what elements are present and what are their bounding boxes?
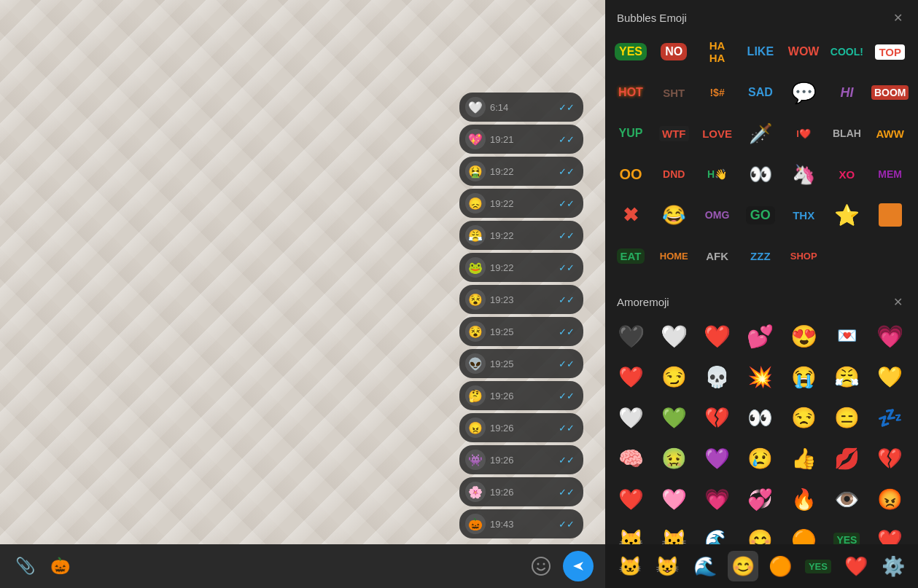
amore-emoji-35[interactable]: 😡 [871,479,910,519]
amore-emoji-6[interactable]: 💌 [827,316,866,356]
sticker-unicorn[interactable]: 🦄 [784,154,823,194]
sticker-hello[interactable]: H👋 [698,154,737,194]
amore-emoji-31[interactable]: 💗 [698,479,737,519]
amore-emoji-2[interactable]: 🤍 [654,316,693,356]
message-time: 19:26 [490,423,554,434]
message-emoji: 😵 [465,321,486,342]
amore-emoji-20[interactable]: 😑 [827,398,866,437]
nav-cat-smile-icon[interactable]: 😺 [652,551,682,581]
amore-emoji-18[interactable]: 👀 [741,398,780,437]
message-emoji: 🤔 [465,385,486,406]
sticker-hi[interactable]: HI [827,73,866,112]
amore-emoji-22[interactable]: 🧠 [611,439,650,478]
sticker-eyes[interactable]: 👀 [741,154,780,194]
sticker-mem[interactable]: MEM [871,154,910,194]
sticker-yes[interactable]: YES [611,32,650,71]
nav-cat-icon[interactable]: 🐱 [615,551,645,581]
sticker-button[interactable]: 🎃 [47,553,73,579]
bubbles-emoji-close[interactable]: ✕ [889,9,906,26]
sticker-star[interactable]: ⭐ [827,195,866,235]
sticker-blue-square[interactable]: 💬 [784,73,823,112]
sticker-no[interactable]: NO [654,32,693,71]
amore-emoji-32[interactable]: 💞 [741,479,780,519]
amore-emoji-4[interactable]: 💕 [741,316,780,356]
message-bubble: 😠 19:26 ✓✓ [459,413,583,442]
sticker-wtf[interactable]: WTF [654,114,693,153]
sticker-aww[interactable]: AWW [871,114,910,153]
emoji-button[interactable] [528,553,554,579]
nav-more-icon[interactable]: ⚙️ [878,551,909,581]
sticker-afk[interactable]: AFK [698,236,737,275]
amoremoji-close[interactable]: ✕ [889,293,906,310]
sticker-eat[interactable]: EAT [611,236,650,275]
sticker-x[interactable]: ✖ [611,195,650,235]
sticker-oo[interactable]: OO [611,154,650,194]
sticker-yup[interactable]: YUP [611,114,650,153]
amore-emoji-5[interactable]: 😍 [784,316,823,356]
sticker-ish[interactable]: !$# [698,73,737,112]
amore-emoji-1[interactable]: 🖤 [611,316,650,356]
attach-button[interactable]: 📎 [12,553,38,579]
amore-emoji-28[interactable]: 💔 [871,439,910,478]
sticker-home[interactable]: HOME [654,236,693,275]
sticker-haha[interactable]: HAHA [698,32,737,71]
sticker-shop[interactable]: SHOP [784,236,823,275]
sticker-go[interactable]: GO [741,195,780,235]
sticker-omg[interactable]: OMG [698,195,737,235]
amore-emoji-12[interactable]: 😭 [784,357,823,396]
amore-emoji-33[interactable]: 🔥 [784,479,823,519]
nav-smiley-icon[interactable]: 😊 [728,551,758,581]
sticker-cool[interactable]: COOL! [827,32,866,71]
amore-emoji-11[interactable]: 💥 [741,357,780,396]
amore-emoji-30[interactable]: 🩷 [654,479,693,519]
sticker-boom[interactable]: BOOM [871,73,910,112]
amore-emoji-3[interactable]: ❤️ [698,316,737,356]
nav-water-icon[interactable]: 🌊 [690,551,720,581]
sticker-laugh[interactable]: 😂 [654,195,693,235]
amore-emoji-17[interactable]: 💔 [698,398,737,437]
amore-emoji-16[interactable]: 💚 [654,398,693,437]
sticker-wow[interactable]: WOW [784,32,823,71]
sticker-love[interactable]: LOVE [698,114,737,153]
sticker-xo[interactable]: XO [827,154,866,194]
amore-emoji-25[interactable]: 😢 [741,439,780,478]
sticker-iloveyou[interactable]: I❤️ [784,114,823,153]
amore-emoji-27[interactable]: 💋 [827,439,866,478]
amore-emoji-13[interactable]: 😤 [827,357,866,396]
sticker-like[interactable]: LIKE [741,32,780,71]
sticker-orange-rect[interactable] [871,195,910,235]
sticker-top[interactable]: TOP [871,32,910,71]
nav-check-icon[interactable]: YES [803,551,833,581]
amore-emoji-9[interactable]: 😏 [654,357,693,396]
amore-emoji-15[interactable]: 🤍 [611,398,650,437]
sticker-empty2 [871,236,910,275]
nav-orange-icon[interactable]: 🟠 [765,551,796,581]
sticker-sad[interactable]: SAD [741,73,780,112]
message-emoji: 🐸 [465,257,486,278]
sticker-dagger[interactable]: 🗡️ [741,114,780,153]
emoji-scroll[interactable]: Bubbles Emoji ✕ YES NO HAHA LIKE WOW [605,0,918,588]
message-bubble: 🤍 6:14 ✓✓ [459,93,583,122]
amore-emoji-24[interactable]: 💜 [698,439,737,478]
nav-heart-icon[interactable]: ❤️ [841,551,871,581]
message-emoji: 😠 [465,418,486,438]
message-time: 19:22 [490,166,554,177]
amore-emoji-10[interactable]: 💀 [698,357,737,396]
sticker-hot[interactable]: HOT [611,73,650,112]
sticker-thx[interactable]: THX [784,195,823,235]
amore-emoji-26[interactable]: 👍 [784,439,823,478]
sticker-zzz[interactable]: ZZZ [741,236,780,275]
amore-emoji-34[interactable]: 👁️ [827,479,866,519]
amore-emoji-7[interactable]: 💗 [871,316,910,356]
amore-emoji-23[interactable]: 🤢 [654,439,693,478]
sticker-blah[interactable]: BLAH [827,114,866,153]
sticker-sht[interactable]: SHT [654,73,693,112]
amore-emoji-19[interactable]: 😒 [784,398,823,437]
message-time: 19:21 [490,134,554,145]
amore-emoji-29[interactable]: ❤️ [611,479,650,519]
send-button[interactable] [563,551,594,581]
amore-emoji-8[interactable]: ❤️ [611,357,650,396]
amore-emoji-21[interactable]: 💤 [871,398,910,437]
sticker-dnd[interactable]: DND [654,154,693,194]
amore-emoji-14[interactable]: 💛 [871,357,910,396]
